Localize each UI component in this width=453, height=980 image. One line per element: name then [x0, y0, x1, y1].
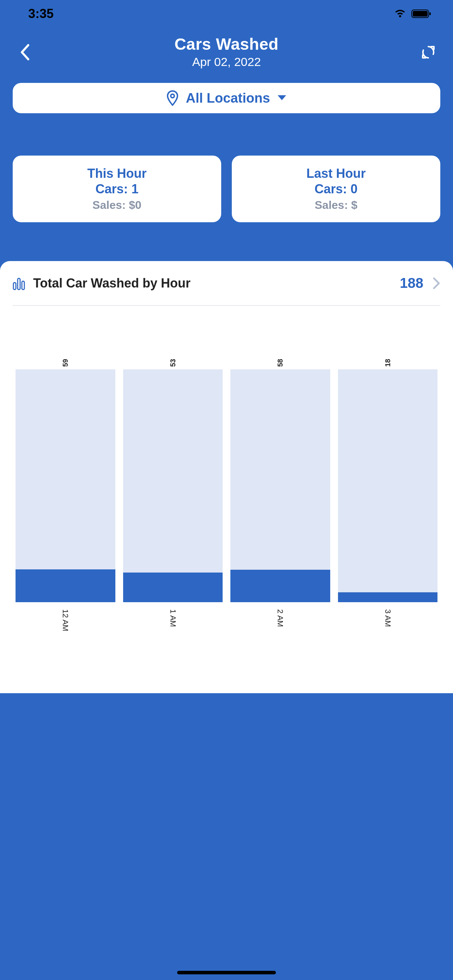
stat-last-hour-title: Last Hour [239, 166, 433, 181]
header-center: Cars Washed Apr 02, 2022 [174, 35, 278, 69]
svg-rect-4 [13, 283, 16, 290]
x-tick: 2 AM [230, 609, 330, 631]
bar-fill [338, 592, 438, 603]
bar-background [230, 369, 330, 602]
home-indicator[interactable] [177, 971, 276, 974]
back-button[interactable] [14, 41, 35, 63]
chevron-left-icon [20, 44, 30, 60]
status-icons [394, 9, 432, 19]
status-bar: 3:35 [0, 0, 453, 27]
stat-card-this-hour[interactable]: This Hour Cars: 1 Sales: $0 [13, 156, 221, 222]
chart-header[interactable]: Total Car Washed by Hour 188 [13, 275, 440, 291]
caret-down-icon [277, 95, 287, 102]
bar-value-label: 58 [276, 359, 285, 366]
chevron-right-icon [432, 277, 440, 290]
bar-fill [123, 573, 223, 602]
stat-last-hour-cars: Cars: 0 [239, 182, 433, 196]
wifi-icon [394, 9, 407, 19]
page-title: Cars Washed [174, 35, 278, 54]
stat-this-hour-sales: Sales: $0 [20, 199, 214, 212]
bar-value-label: 53 [168, 359, 177, 366]
svg-rect-2 [429, 12, 431, 15]
status-time: 3:35 [28, 6, 54, 21]
chart-area: 59535818 [13, 369, 440, 602]
bar-background [338, 369, 438, 602]
refresh-icon [421, 45, 436, 60]
bars-icon [13, 276, 27, 290]
svg-rect-1 [413, 11, 428, 17]
location-dropdown[interactable]: All Locations [13, 83, 440, 113]
bar-value-label: 18 [383, 359, 392, 366]
chart-bar[interactable]: 18 [338, 369, 438, 602]
bar-background [123, 369, 223, 602]
chart-bar[interactable]: 53 [123, 369, 223, 602]
bar-value-label: 59 [61, 359, 70, 366]
refresh-button[interactable] [418, 41, 439, 63]
svg-point-3 [171, 94, 174, 98]
location-label: All Locations [186, 91, 270, 106]
svg-rect-5 [17, 278, 20, 290]
bar-background [16, 369, 115, 602]
page-date: Apr 02, 2022 [174, 55, 278, 69]
stat-card-last-hour[interactable]: Last Hour Cars: 0 Sales: $ [232, 156, 440, 222]
battery-icon [412, 9, 432, 19]
chart-title: Total Car Washed by Hour [33, 276, 393, 291]
x-tick: 3 AM [338, 609, 438, 631]
svg-rect-6 [22, 281, 24, 290]
chart-x-axis: 12 AM1 AM2 AM3 AM [13, 609, 440, 631]
chart-bar[interactable]: 59 [16, 369, 115, 602]
stat-row: This Hour Cars: 1 Sales: $0 Last Hour Ca… [0, 156, 453, 222]
chart-panel: Total Car Washed by Hour 188 59535818 12… [0, 261, 453, 693]
stat-this-hour-title: This Hour [20, 166, 214, 181]
app-header: Cars Washed Apr 02, 2022 [0, 27, 453, 83]
chart-total: 188 [400, 275, 423, 291]
stat-last-hour-sales: Sales: $ [239, 199, 433, 212]
location-pin-icon [166, 90, 179, 106]
x-tick: 1 AM [123, 609, 223, 631]
x-tick: 12 AM [16, 609, 115, 631]
divider [13, 305, 440, 306]
chart-bar[interactable]: 58 [230, 369, 330, 602]
stat-this-hour-cars: Cars: 1 [20, 182, 214, 196]
bar-fill [16, 570, 115, 602]
bar-fill [230, 570, 330, 602]
